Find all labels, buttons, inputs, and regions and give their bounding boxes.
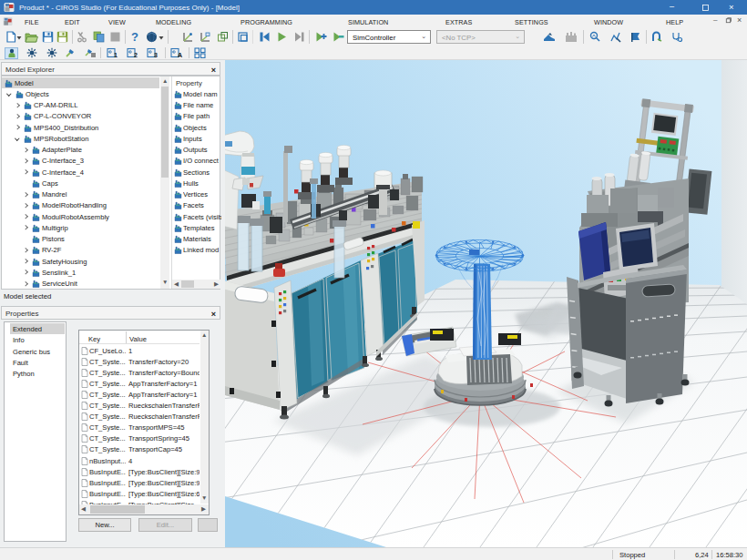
svg-text:A: A [178,52,182,58]
svg-text:?: ? [131,30,138,43]
svg-text:3: 3 [154,52,158,58]
svg-text:2: 2 [134,52,138,58]
svg-text:1: 1 [114,52,118,58]
